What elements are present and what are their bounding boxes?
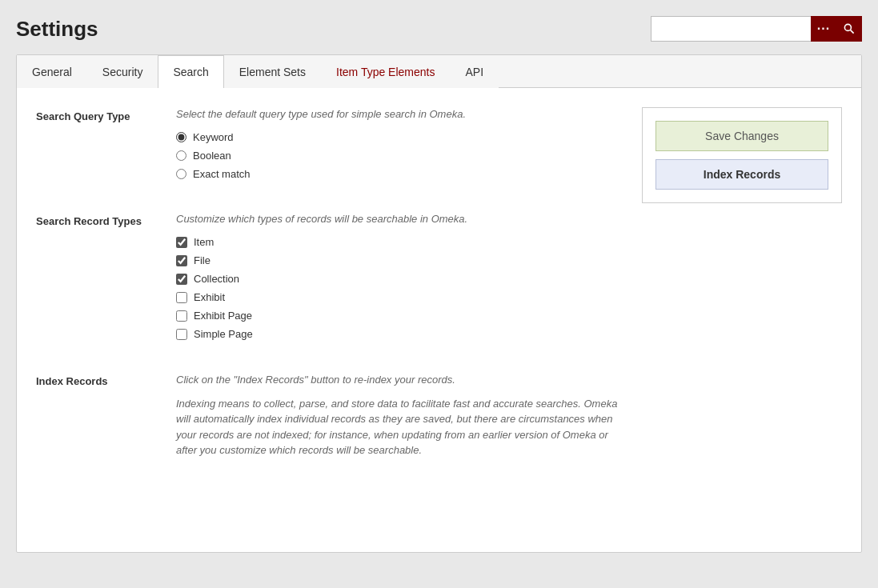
checkbox-exhibit-input[interactable] bbox=[176, 292, 187, 303]
sidebar-box: Save Changes Index Records bbox=[642, 107, 842, 203]
index-records-desc1: Click on the "Index Records" button to r… bbox=[176, 372, 626, 388]
checkbox-collection-input[interactable] bbox=[176, 274, 187, 285]
checkbox-simple-page-label: Simple Page bbox=[194, 328, 253, 340]
dots-icon: ··· bbox=[817, 22, 830, 36]
search-record-types-section: Search Record Types Customize which type… bbox=[36, 212, 626, 346]
checkbox-simple-page[interactable]: Simple Page bbox=[176, 328, 626, 340]
index-records-label: Index Records bbox=[36, 372, 176, 458]
search-icon bbox=[843, 22, 856, 35]
radio-boolean-input[interactable] bbox=[176, 150, 186, 161]
radio-exact-match[interactable]: Exact match bbox=[176, 168, 626, 180]
search-options-button[interactable]: ··· bbox=[811, 16, 836, 42]
radio-exact-match-input[interactable] bbox=[176, 169, 186, 179]
search-record-types-label: Search Record Types bbox=[36, 212, 176, 346]
search-query-type-section: Search Query Type Select the default que… bbox=[36, 107, 626, 186]
search-query-type-desc: Select the default query type used for s… bbox=[176, 107, 626, 122]
checkbox-file-input[interactable] bbox=[176, 255, 187, 266]
checkbox-file[interactable]: File bbox=[176, 254, 626, 266]
index-records-content: Click on the "Index Records" button to r… bbox=[176, 372, 626, 458]
content-left: Search Query Type Select the default que… bbox=[36, 107, 626, 533]
tab-security[interactable]: Security bbox=[87, 55, 158, 88]
checkbox-collection-label: Collection bbox=[194, 273, 239, 285]
tab-element-sets[interactable]: Element Sets bbox=[224, 55, 321, 88]
checkbox-exhibit[interactable]: Exhibit bbox=[176, 291, 626, 303]
checkbox-exhibit-page[interactable]: Exhibit Page bbox=[176, 310, 626, 322]
search-query-type-content: Select the default query type used for s… bbox=[176, 107, 626, 186]
search-record-types-content: Customize which types of records will be… bbox=[176, 212, 626, 346]
search-go-button[interactable] bbox=[836, 16, 862, 42]
tab-general[interactable]: General bbox=[17, 55, 87, 88]
page-title: Settings bbox=[16, 17, 98, 42]
checkbox-exhibit-label: Exhibit bbox=[194, 291, 225, 303]
index-records-section: Index Records Click on the "Index Record… bbox=[36, 372, 626, 458]
checkbox-file-label: File bbox=[194, 254, 210, 266]
radio-exact-match-label: Exact match bbox=[193, 168, 251, 180]
search-query-type-label: Search Query Type bbox=[36, 107, 176, 186]
checkbox-item-label: Item bbox=[194, 236, 214, 248]
radio-boolean[interactable]: Boolean bbox=[176, 150, 626, 162]
index-records-button[interactable]: Index Records bbox=[655, 159, 828, 190]
checkbox-item[interactable]: Item bbox=[176, 236, 626, 248]
radio-keyword-input[interactable] bbox=[176, 132, 186, 142]
content-right: Save Changes Index Records bbox=[626, 107, 842, 533]
index-records-desc2: Indexing means to collect, parse, and st… bbox=[176, 396, 626, 458]
tab-api[interactable]: API bbox=[450, 55, 499, 88]
checkbox-collection[interactable]: Collection bbox=[176, 273, 626, 285]
svg-line-1 bbox=[851, 30, 854, 34]
checkbox-exhibit-page-label: Exhibit Page bbox=[194, 310, 252, 322]
search-record-types-desc: Customize which types of records will be… bbox=[176, 212, 626, 226]
global-search-input[interactable] bbox=[651, 16, 811, 42]
svg-point-0 bbox=[844, 24, 851, 30]
radio-keyword-label: Keyword bbox=[193, 131, 234, 143]
checkbox-exhibit-page-input[interactable] bbox=[176, 310, 187, 322]
tab-search[interactable]: Search bbox=[158, 55, 223, 88]
tabs-bar: General Security Search Element Sets Ite… bbox=[17, 55, 861, 88]
save-changes-button[interactable]: Save Changes bbox=[655, 121, 828, 151]
global-search-bar: ··· bbox=[651, 16, 862, 42]
checkbox-item-input[interactable] bbox=[176, 237, 187, 248]
radio-boolean-label: Boolean bbox=[193, 150, 231, 162]
radio-keyword[interactable]: Keyword bbox=[176, 131, 626, 143]
tab-item-type-elements[interactable]: Item Type Elements bbox=[321, 55, 450, 88]
content-area: Search Query Type Select the default que… bbox=[17, 88, 861, 552]
main-container: General Security Search Element Sets Ite… bbox=[16, 54, 862, 553]
checkbox-simple-page-input[interactable] bbox=[176, 329, 187, 340]
